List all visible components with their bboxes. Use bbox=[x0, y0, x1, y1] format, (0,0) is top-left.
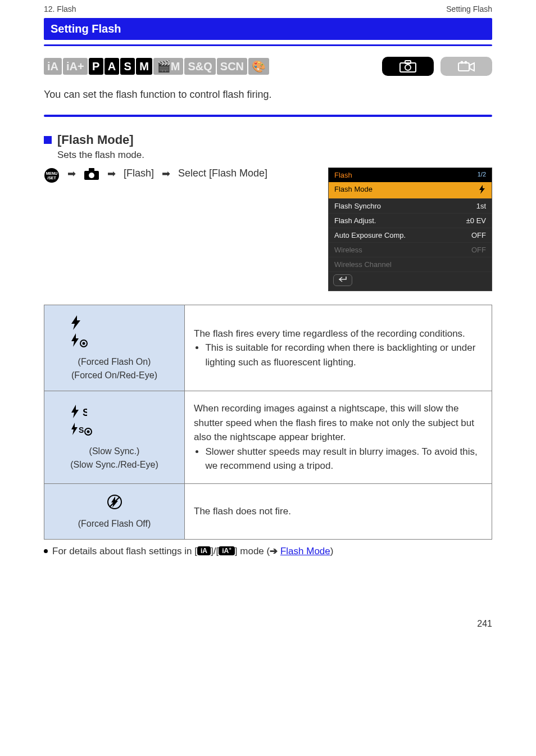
mode-chip-🎬m: 🎬M bbox=[153, 58, 184, 75]
menu-row-value bbox=[459, 185, 486, 196]
iA-plus-chip-icon: iA+ bbox=[219, 546, 235, 555]
svg-point-6 bbox=[465, 61, 467, 64]
svg-marker-15 bbox=[71, 333, 79, 347]
arrow-icon: ➔ bbox=[270, 546, 278, 556]
svg-rect-1 bbox=[405, 61, 411, 64]
note-text-3: ] mode ( bbox=[235, 546, 270, 556]
mode-chip-m: M bbox=[136, 58, 152, 75]
menu-row: Flash Adjust.±0 EV bbox=[329, 214, 492, 228]
arrow-icon: ➡ bbox=[67, 168, 76, 180]
option-label: (Forced Flash On) bbox=[53, 357, 175, 367]
option-sub-label: (Forced On/Red-Eye) bbox=[53, 370, 175, 381]
flash-s-eye-icon: S bbox=[70, 423, 93, 441]
svg-point-12 bbox=[89, 173, 94, 178]
flash-icon bbox=[70, 315, 81, 333]
svg-point-17 bbox=[83, 342, 85, 345]
menu-row-value: 1st bbox=[459, 202, 486, 210]
note-text-1: For details about flash settings in [ bbox=[52, 546, 197, 556]
section-title: [Flash Mode] bbox=[57, 133, 134, 147]
svg-text:/SET: /SET bbox=[47, 176, 56, 180]
table-option-cell: (Forced Flash Off) bbox=[44, 483, 185, 539]
note-text-2: ]/[ bbox=[211, 546, 219, 556]
flash-off-icon bbox=[107, 494, 122, 513]
option-label: (Slow Sync.) bbox=[53, 446, 175, 456]
mode-chip-🎨: 🎨 bbox=[248, 58, 269, 75]
mode-chip-scn: SCN bbox=[217, 58, 247, 75]
table-option-cell: SS(Slow Sync.)(Slow Sync./Red-Eye) bbox=[44, 391, 185, 484]
breadcrumb: Setting Flash bbox=[446, 4, 492, 13]
menu-row: WirelessOFF bbox=[329, 243, 492, 257]
menu-page-indicator: 1/2 bbox=[478, 171, 486, 179]
mode-strip: iAiA+PASM🎬MS&QSCN🎨 bbox=[44, 57, 492, 76]
mode-chip-ia: iA bbox=[44, 58, 62, 75]
camera-rec-icon bbox=[84, 168, 99, 181]
svg-marker-4 bbox=[470, 63, 474, 71]
menu-row-value bbox=[459, 260, 486, 269]
menu-row: Flash Mode bbox=[329, 182, 492, 199]
mode-video-icon bbox=[440, 57, 492, 76]
menu-row-label: Auto Exposure Comp. bbox=[334, 231, 406, 239]
option-sub-label: (Slow Sync./Red-Eye) bbox=[53, 460, 175, 470]
flash-s-icon: S bbox=[70, 405, 87, 423]
svg-point-23 bbox=[87, 430, 90, 433]
menu-row-label: Flash Synchro bbox=[334, 202, 381, 210]
mode-chip-p: P bbox=[89, 58, 103, 75]
bullet-icon bbox=[44, 549, 48, 553]
svg-marker-20 bbox=[71, 423, 78, 435]
mode-chip-a: A bbox=[105, 58, 119, 75]
menu-row: Auto Exposure Comp.OFF bbox=[329, 228, 492, 243]
mode-chip-s&q: S&Q bbox=[184, 58, 215, 75]
note-link[interactable]: Flash Mode bbox=[280, 546, 330, 556]
menu-path: MENU/SET ➡ ➡ [Flash] ➡ Select [Flash Mod… bbox=[44, 168, 317, 291]
svg-rect-11 bbox=[89, 168, 94, 171]
mode-chip-ia+: iA+ bbox=[63, 58, 88, 75]
iA-chip-icon: iA bbox=[197, 546, 211, 555]
table-option-cell: (Forced Flash On)(Forced On/Red-Eye) bbox=[44, 305, 185, 391]
svg-text:S: S bbox=[83, 407, 87, 418]
svg-marker-14 bbox=[71, 315, 80, 330]
intro-text: You can set the flash function to contro… bbox=[44, 87, 492, 102]
menu-path-select-label: Select [Flash Mode] bbox=[178, 168, 267, 179]
svg-rect-3 bbox=[458, 63, 469, 71]
section-subtitle: Sets the flash mode. bbox=[57, 150, 492, 161]
menu-set-icon: MENU/SET bbox=[44, 168, 60, 183]
menu-row-label: Flash Adjust. bbox=[334, 216, 376, 225]
option-label: (Forced Flash Off) bbox=[53, 519, 175, 529]
footnote: For details about flash settings in [iA]… bbox=[44, 545, 492, 557]
section-divider bbox=[44, 115, 492, 117]
arrow-icon: ➡ bbox=[162, 168, 170, 180]
menu-row-value: OFF bbox=[459, 246, 486, 254]
menu-row-label: Wireless Channel bbox=[334, 260, 392, 269]
menu-row-label: Wireless bbox=[334, 246, 362, 254]
chapter-label: 12. Flash bbox=[44, 4, 76, 13]
title-underline bbox=[44, 44, 492, 47]
flash-mode-table: (Forced Flash On)(Forced On/Red-Eye)The … bbox=[44, 305, 492, 540]
menu-path-flash-label: [Flash] bbox=[124, 168, 154, 179]
page-title: Setting Flash bbox=[44, 18, 492, 40]
flash-eye-icon bbox=[70, 333, 88, 351]
svg-point-7 bbox=[44, 168, 59, 183]
mode-photo-icon bbox=[382, 57, 434, 76]
menu-title: Flash bbox=[334, 171, 352, 179]
note-text-4: ) bbox=[330, 546, 334, 556]
table-desc-cell: The flash does not fire. bbox=[185, 483, 492, 539]
menu-row-value: OFF bbox=[459, 231, 486, 239]
svg-marker-13 bbox=[479, 185, 485, 194]
section-bullet-icon bbox=[44, 136, 52, 144]
svg-point-2 bbox=[405, 65, 411, 70]
camera-menu-screenshot: Flash 1/2 Flash ModeFlash Synchro1stFlas… bbox=[328, 168, 492, 291]
table-desc-cell: The flash fires every time regardless of… bbox=[185, 305, 492, 391]
arrow-icon: ➡ bbox=[107, 168, 116, 180]
svg-text:MENU: MENU bbox=[46, 171, 58, 175]
page-number: 241 bbox=[44, 619, 492, 629]
back-icon bbox=[333, 274, 352, 286]
svg-marker-18 bbox=[71, 405, 79, 418]
menu-row-label: Flash Mode bbox=[334, 185, 373, 196]
menu-row: Flash Synchro1st bbox=[329, 199, 492, 214]
svg-point-5 bbox=[461, 61, 464, 64]
mode-chip-s: S bbox=[120, 58, 135, 75]
table-desc-cell: When recording images against a nightsca… bbox=[185, 391, 492, 484]
svg-text:S: S bbox=[79, 425, 84, 434]
menu-row-value: ±0 EV bbox=[459, 216, 486, 225]
menu-row: Wireless Channel bbox=[329, 257, 492, 272]
